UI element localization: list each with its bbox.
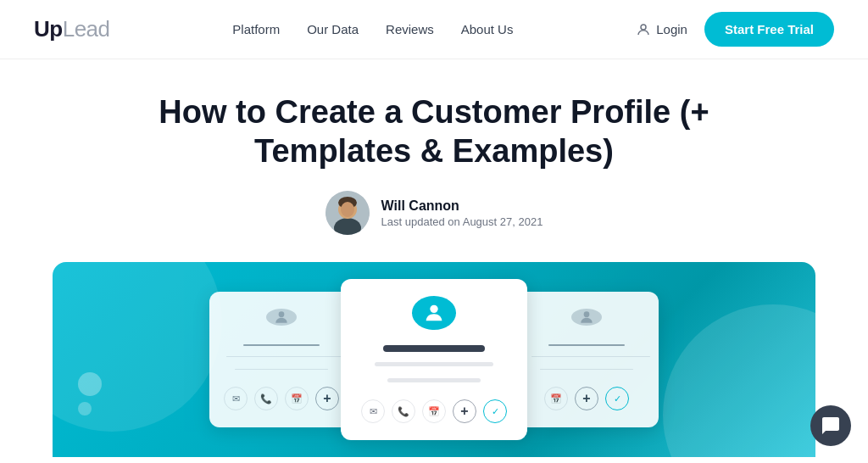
hero-decoration-circle-right (663, 304, 815, 457)
card-name-bar-center (383, 345, 485, 352)
avatar-image (326, 191, 370, 235)
user-icon (636, 22, 651, 37)
card-phone-icon: 📞 (254, 387, 278, 410)
header-actions: Login Start Free Trial (636, 12, 834, 47)
site-logo[interactable]: UpLead (34, 16, 110, 42)
author-date: Last updated on August 27, 2021 (381, 215, 543, 228)
nav-our-data[interactable]: Our Data (307, 22, 359, 36)
main-content: How to Create a Customer Profile (+ Temp… (0, 59, 868, 463)
svg-point-0 (641, 25, 646, 30)
contact-card-center: ✉ 📞 📅 + ✓ (341, 279, 527, 440)
logo-up: Up (34, 16, 63, 42)
card-check-icon-c: ✓ (483, 399, 507, 423)
nav-reviews[interactable]: Reviews (386, 22, 434, 36)
card-add-icon-c: + (453, 399, 476, 423)
chat-widget[interactable] (810, 405, 851, 446)
start-trial-button[interactable]: Start Free Trial (704, 12, 834, 47)
login-label: Login (656, 22, 687, 36)
card-avatar-left (266, 309, 297, 326)
contact-cards: ✉ 📞 📅 + ✉ 📞 📅 (209, 279, 659, 440)
card-calendar-icon-r: 📅 (544, 387, 568, 410)
card-add-icon-r: + (575, 387, 598, 410)
author-name: Will Cannon (381, 198, 543, 214)
card-add-icon: + (315, 387, 339, 410)
card-check-icon-r: ✓ (605, 387, 629, 410)
card-calendar-icon: 📅 (285, 387, 309, 410)
card-calendar-icon-c: 📅 (422, 399, 446, 423)
card-detail-2-center (387, 378, 481, 382)
card-actions-right: 📅 + ✓ (544, 387, 629, 410)
card-actions-left: ✉ 📞 📅 + (224, 387, 339, 410)
author-details: Will Cannon Last updated on August 27, 2… (381, 198, 543, 228)
card-detail-2-left (235, 369, 328, 370)
hero-decoration-circle-2 (78, 372, 102, 396)
card-avatar-right (571, 309, 602, 326)
author-info: Will Cannon Last updated on August 27, 2… (17, 191, 851, 235)
svg-point-6 (279, 312, 285, 318)
card-name-bar-right (548, 344, 625, 345)
card-actions-center: ✉ 📞 📅 + ✓ (361, 399, 507, 423)
contact-card-left: ✉ 📞 📅 + (209, 292, 353, 427)
site-header: UpLead Platform Our Data Reviews About U… (0, 0, 868, 59)
svg-point-7 (430, 305, 437, 313)
nav-about-us[interactable]: About Us (461, 22, 514, 36)
card-detail-1-right (531, 356, 650, 357)
nav-platform[interactable]: Platform (232, 22, 280, 36)
logo-lead: Lead (63, 16, 110, 42)
author-avatar (326, 191, 370, 235)
svg-point-5 (341, 202, 354, 217)
card-detail-2-right (540, 369, 633, 370)
card-phone-icon-c: 📞 (392, 399, 415, 423)
hero-image: ✉ 📞 📅 + ✉ 📞 📅 (53, 262, 815, 457)
card-name-bar-left (243, 344, 320, 345)
card-detail-1-left (226, 356, 345, 357)
card-email-icon-c: ✉ (361, 399, 385, 423)
chat-icon (821, 416, 841, 436)
card-detail-1-center (375, 362, 493, 366)
card-avatar-center (412, 296, 456, 330)
login-button[interactable]: Login (636, 22, 687, 37)
svg-point-8 (584, 312, 590, 318)
contact-card-right: 📅 + ✓ (515, 292, 659, 427)
card-email-icon: ✉ (224, 387, 248, 410)
main-nav: Platform Our Data Reviews About Us (232, 22, 513, 36)
article-title: How to Create a Customer Profile (+ Temp… (146, 93, 722, 170)
